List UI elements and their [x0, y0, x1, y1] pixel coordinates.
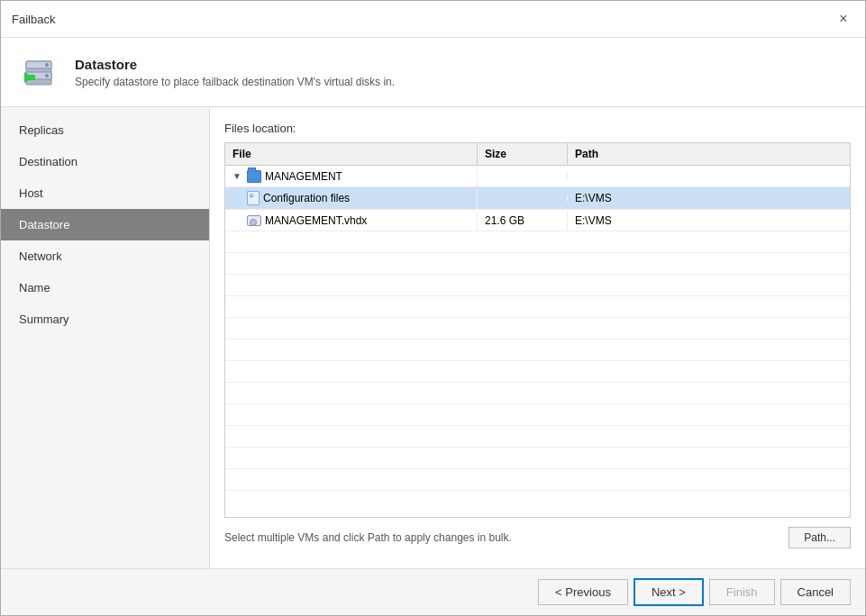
- sidebar: Replicas Destination Host Datastore Netw…: [1, 107, 210, 568]
- title-bar: Failback ×: [1, 1, 865, 38]
- size-cell-vhdx: 21.6 GB: [478, 211, 568, 231]
- sidebar-item-network[interactable]: Network: [1, 240, 209, 272]
- next-button[interactable]: Next >: [634, 578, 704, 606]
- config-file-icon: [247, 191, 260, 205]
- path-cell-management: [568, 173, 850, 180]
- close-button[interactable]: ×: [833, 8, 854, 30]
- bottom-hint-area: Select multiple VMs and click Path to ap…: [224, 518, 851, 554]
- path-cell-vhdx: E:\VMS: [568, 211, 850, 231]
- col-header-path: Path: [568, 143, 850, 165]
- table-row-empty: [225, 253, 850, 275]
- content-area: Files location: File Size Path ▼ MANAGEM…: [210, 107, 865, 568]
- table-row-empty: [225, 426, 850, 448]
- header-title: Datastore: [75, 57, 395, 72]
- path-cell-config: E:\VMS: [568, 188, 850, 208]
- expand-icon: ▼: [232, 171, 242, 181]
- vm-folder-icon: [247, 170, 261, 183]
- table-header: File Size Path: [225, 143, 850, 166]
- col-header-size: Size: [478, 143, 568, 165]
- svg-rect-6: [24, 75, 35, 80]
- disk-icon: [247, 215, 261, 226]
- header-subtitle: Specify datastore to place failback dest…: [75, 76, 395, 88]
- file-cell-vhdx: MANAGEMENT.vhdx: [225, 211, 478, 231]
- table-row-empty: [225, 318, 850, 340]
- table-row[interactable]: Configuration files E:\VMS: [225, 187, 850, 210]
- svg-point-4: [45, 74, 49, 77]
- table-row-empty: [225, 404, 850, 426]
- table-row-empty: [225, 275, 850, 296]
- files-table[interactable]: File Size Path ▼ MANAGEMENT: [224, 142, 851, 518]
- table-row[interactable]: MANAGEMENT.vhdx 21.6 GB E:\VMS: [225, 210, 850, 231]
- footer: < Previous Next > Finish Cancel: [1, 568, 865, 615]
- table-row-empty: [225, 448, 850, 469]
- sidebar-item-host[interactable]: Host: [1, 177, 209, 209]
- header-section: Datastore Specify datastore to place fai…: [1, 38, 865, 107]
- table-row[interactable]: ▼ MANAGEMENT: [225, 166, 850, 187]
- files-location-label: Files location:: [224, 122, 851, 135]
- sidebar-item-summary[interactable]: Summary: [1, 303, 209, 335]
- size-cell-management: [478, 173, 568, 180]
- hint-text: Select multiple VMs and click Path to ap…: [224, 531, 512, 544]
- previous-button[interactable]: < Previous: [538, 579, 628, 605]
- cancel-button[interactable]: Cancel: [780, 579, 851, 605]
- size-cell-config: [478, 195, 568, 202]
- sidebar-item-destination[interactable]: Destination: [1, 146, 209, 177]
- failback-dialog: Failback × Datastore Specify datastore t…: [0, 0, 866, 616]
- finish-button[interactable]: Finish: [709, 579, 775, 605]
- table-row-empty: [225, 231, 850, 253]
- file-cell-config: Configuration files: [225, 187, 478, 209]
- table-row-empty: [225, 469, 850, 491]
- sidebar-item-replicas[interactable]: Replicas: [1, 114, 209, 146]
- col-header-file: File: [225, 143, 478, 165]
- sidebar-item-datastore[interactable]: Datastore: [1, 209, 209, 240]
- header-text: Datastore Specify datastore to place fai…: [75, 57, 395, 88]
- sidebar-item-name[interactable]: Name: [1, 272, 209, 303]
- table-row-empty: [225, 361, 850, 383]
- datastore-icon: [17, 50, 60, 94]
- table-row-empty: [225, 296, 850, 318]
- svg-point-3: [45, 63, 49, 67]
- main-content: Replicas Destination Host Datastore Netw…: [1, 107, 865, 568]
- table-row-empty: [225, 340, 850, 361]
- file-cell-management: ▼ MANAGEMENT: [225, 167, 478, 186]
- table-row-empty: [225, 383, 850, 404]
- path-button[interactable]: Path...: [789, 527, 851, 548]
- dialog-title: Failback: [12, 13, 55, 26]
